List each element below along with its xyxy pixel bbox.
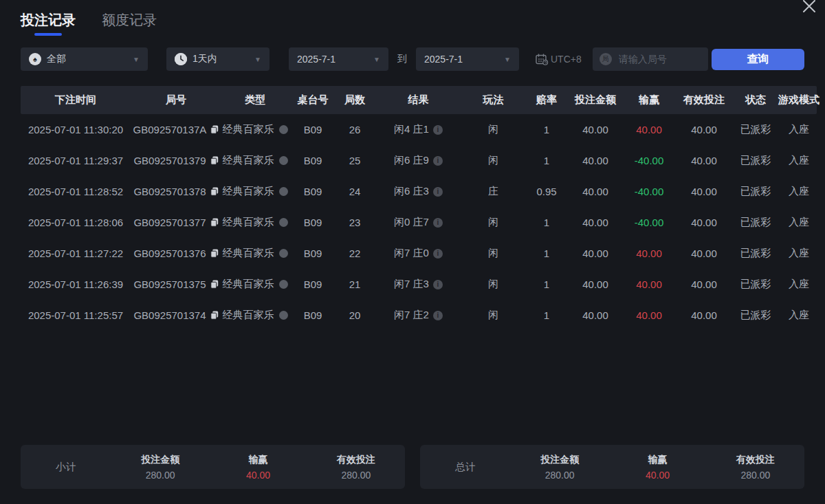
replay-icon: [279, 156, 288, 165]
copy-icon[interactable]: [210, 311, 219, 320]
replay-icon: [279, 125, 288, 134]
date-to-label: 到: [397, 53, 407, 65]
cell-table_no: B09: [289, 186, 337, 197]
cell-winloss: -40.00: [620, 155, 678, 166]
active-tab-underline: [34, 33, 62, 36]
cell-result: 闲6 庄3i: [373, 185, 464, 198]
cell-winloss: -40.00: [620, 217, 678, 228]
tab-betting-records-label: 投注记录: [21, 12, 76, 28]
cell-odds: 1: [522, 217, 571, 228]
cell-status: 已派彩: [730, 216, 781, 229]
cell-mode: 入座: [781, 154, 817, 167]
round-search-box[interactable]: 局: [593, 47, 708, 71]
cell-status: 已派彩: [730, 123, 781, 136]
copy-icon[interactable]: [210, 187, 219, 196]
subtotal-value-0: 280.00: [111, 470, 209, 481]
table-body: 2025-07-01 11:30:20GB092570137A经典百家乐B092…: [0, 114, 825, 331]
cell-round: GB0925701379: [131, 155, 221, 166]
cell-winloss: -40.00: [620, 186, 678, 197]
cell-play: 闲: [464, 123, 522, 136]
close-icon[interactable]: [799, 0, 820, 17]
subtotal-title-1: 输赢: [209, 454, 307, 466]
info-icon[interactable]: i: [433, 280, 443, 289]
cell-round: GB0925701376: [131, 248, 221, 259]
cell-rounds: 20: [337, 309, 373, 321]
cell-table_no: B09: [289, 217, 337, 228]
game-type-select[interactable]: ♠ 全部 ▼: [21, 47, 148, 71]
game-type-text: 经典百家乐: [223, 216, 274, 229]
table-row: 2025-07-01 11:25:57GB0925701374经典百家乐B092…: [21, 300, 817, 331]
cell-odds: 1: [522, 248, 571, 259]
date-to-select[interactable]: 2025-7-1 ▼: [416, 47, 519, 71]
replay-icon: [279, 311, 288, 320]
table-row: 2025-07-01 11:29:37GB0925701379经典百家乐B092…: [21, 145, 817, 176]
tab-betting-records[interactable]: 投注记录: [21, 11, 76, 36]
cell-time: 2025-07-01 11:25:57: [21, 309, 131, 321]
cell-amount: 40.00: [571, 278, 620, 290]
column-header-3: 桌台号: [289, 94, 337, 107]
cell-table_no: B09: [289, 278, 337, 290]
column-header-12: 游戏模式: [781, 94, 817, 107]
cell-result: 闲7 庄2i: [373, 309, 464, 322]
cell-valid: 40.00: [678, 186, 730, 197]
cell-rounds: 21: [337, 278, 373, 290]
copy-icon[interactable]: [210, 280, 219, 289]
cell-rounds: 24: [337, 186, 373, 197]
round-number-text: GB0925701375: [133, 278, 206, 290]
copy-icon[interactable]: [210, 125, 219, 134]
filter-bar: ♠ 全部 ▼ 1天内 ▼ 2025-7-1 ▼ 到 2025-7-1 ▼ UTC…: [21, 47, 804, 71]
cell-result: 闲7 庄3i: [373, 278, 464, 291]
game-type-text: 经典百家乐: [223, 154, 274, 167]
result-text: 闲4 庄1: [394, 123, 429, 136]
cell-play: 闲: [464, 278, 522, 291]
cell-round: GB0925701375: [131, 278, 221, 290]
copy-icon[interactable]: [210, 156, 219, 165]
cell-valid: 40.00: [678, 217, 730, 228]
tab-quota-records[interactable]: 额度记录: [102, 11, 157, 36]
chevron-down-icon: ▼: [368, 56, 380, 63]
column-header-2: 类型: [221, 94, 289, 107]
info-icon[interactable]: i: [433, 156, 443, 166]
round-number-text: GB0925701378: [133, 186, 206, 197]
cell-round: GB0925701377: [131, 217, 221, 228]
total-title-0: 投注金额: [511, 454, 608, 466]
result-text: 闲6 庄9: [394, 154, 429, 167]
cell-amount: 40.00: [571, 186, 620, 197]
cell-table_no: B09: [289, 248, 337, 259]
copy-icon[interactable]: [210, 249, 219, 258]
cell-type: 经典百家乐: [221, 278, 289, 291]
info-icon[interactable]: i: [433, 218, 443, 228]
cell-table_no: B09: [289, 155, 337, 166]
info-icon[interactable]: i: [433, 249, 443, 259]
subtotal-group-0: 投注金额280.00: [111, 454, 209, 481]
calendar-icon: [536, 54, 549, 65]
cell-valid: 40.00: [678, 309, 730, 321]
info-icon[interactable]: i: [433, 125, 443, 135]
total-group-1: 输赢40.00: [608, 454, 706, 481]
info-icon[interactable]: i: [433, 311, 443, 320]
time-range-select[interactable]: 1天内 ▼: [166, 47, 270, 71]
cell-rounds: 22: [337, 248, 373, 259]
chevron-down-icon: ▼: [498, 56, 511, 63]
date-from-select[interactable]: 2025-7-1 ▼: [289, 47, 388, 71]
cell-play: 闲: [464, 247, 522, 260]
tab-quota-records-label: 额度记录: [102, 12, 157, 28]
copy-icon[interactable]: [210, 218, 219, 227]
cell-play: 闲: [464, 309, 522, 322]
cell-valid: 40.00: [678, 124, 730, 135]
table-row: 2025-07-01 11:27:22GB0925701376经典百家乐B092…: [21, 238, 817, 269]
info-icon[interactable]: i: [433, 187, 443, 197]
cell-round: GB092570137A: [131, 124, 221, 135]
cell-time: 2025-07-01 11:27:22: [21, 248, 131, 259]
round-number-text: GB0925701377: [133, 217, 206, 228]
round-number-text: GB0925701374: [133, 309, 206, 321]
game-type-text: 经典百家乐: [223, 123, 274, 136]
cell-odds: 1: [522, 309, 571, 321]
subtotal-value-2: 280.00: [307, 470, 405, 481]
column-header-6: 玩法: [464, 94, 522, 107]
query-button[interactable]: 查询: [712, 49, 804, 70]
timezone-indicator[interactable]: UTC+8: [536, 54, 582, 65]
result-text: 闲7 庄3: [394, 278, 429, 291]
game-type-text: 经典百家乐: [223, 278, 274, 291]
round-search-input[interactable]: [617, 53, 701, 65]
